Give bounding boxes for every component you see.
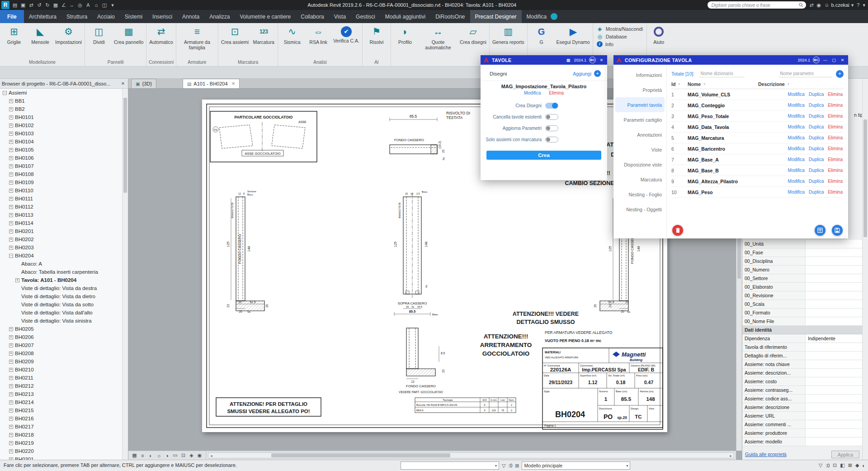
ribbon-tab[interactable]: Sistemi [120,10,147,23]
parameter-row[interactable]: 8 MAG_Base_B Modifica Duplica Elimina [671,165,844,176]
ribbon-tab[interactable]: DiRootsOne [430,10,470,23]
tree-item[interactable]: BH0107 [0,162,122,170]
ribbon-button[interactable]: ▶Esegui Dynamo [555,24,591,46]
selection-toggle-icon[interactable]: ⊡ [833,462,837,468]
tree-expander-icon[interactable] [9,229,13,233]
worksets-icon[interactable]: ⊞ [515,463,519,469]
ribbon-group-label[interactable]: Connessioni [148,59,175,66]
tree-expander-icon[interactable] [9,156,13,160]
add-icon[interactable]: + [594,70,601,77]
config-sidebar-item[interactable]: Proprietà [613,82,666,97]
ribbon-group-label[interactable]: Marcatura [220,59,276,66]
project-browser-header[interactable]: Browser di progetto - R6-C-0B-FA-00001_d… [0,79,128,89]
ribbon-tab[interactable]: Volumetrie e cantiere [235,10,296,23]
ribbon-button[interactable]: ▦Crea pannello [113,24,145,46]
config-sidebar-item[interactable]: Informazioni [613,67,666,82]
tree-expander-icon[interactable] [3,91,7,95]
scroll-left-icon[interactable]: ◂ [208,453,214,458]
property-row[interactable]: Assieme: nota chiave [742,360,862,369]
modifica-link[interactable]: Modifica [788,92,805,97]
qat-icon[interactable]: ▤ [11,2,19,8]
tree-item[interactable]: BH0113 [0,211,122,219]
ribbon-button[interactable]: ↔Quote automatiche [419,24,458,51]
elimina-link[interactable]: Elimina [828,124,843,129]
elimina-link[interactable]: Elimina [828,179,843,184]
ribbon-button[interactable]: ⇄Automatico [148,24,175,46]
toggle-switch[interactable] [545,125,558,131]
duplica-link[interactable]: Duplica [809,157,824,162]
qat-icon[interactable]: ⌂ [93,2,100,8]
search-icon[interactable] [799,3,803,7]
modifica-link[interactable]: Modifica [524,90,541,95]
modifica-link[interactable]: Modifica [788,114,805,119]
tree-expander-icon[interactable] [9,140,13,144]
qat-icon[interactable]: ∠ [60,2,67,8]
config-sidebar-item[interactable]: Nesting - Oggetti [613,202,666,217]
tree-expander-icon[interactable] [9,417,13,421]
workset-select[interactable]: Modello principale ▾ [522,461,630,470]
tree-expander-icon[interactable] [9,181,13,185]
ribbon-button[interactable]: ≡Armature da famiglia [178,24,217,51]
parameter-row[interactable]: 7 MAG_Base_A Modifica Duplica Elimina [671,154,844,165]
elimina-link[interactable]: Elimina [549,90,564,95]
ribbon-tab[interactable]: Precast Designer [470,10,522,23]
property-row[interactable]: 00_Revisione [742,291,862,300]
tree-expander-icon[interactable] [9,433,13,437]
config-sidebar-item[interactable]: Nesting - Foglio [613,187,666,202]
ribbon-tab[interactable]: Architettura [24,10,61,23]
tree-item[interactable]: BH0204 [0,252,122,260]
tree-item[interactable]: BH0112 [0,203,122,211]
property-value[interactable] [806,395,862,403]
ribbon-tab[interactable]: Collabora [296,10,329,23]
property-value[interactable] [806,412,862,420]
tree-item[interactable]: BH0207 [0,341,122,349]
qat-icon[interactable]: ◎ [76,2,84,8]
property-value[interactable] [806,283,862,291]
elimina-link[interactable]: Elimina [828,190,843,195]
properties-section-header[interactable]: Dati identità [742,326,862,334]
ribbon-side-item[interactable]: i Info [597,41,643,47]
modifica-link[interactable]: Modifica [788,135,805,140]
aggiungi-link[interactable]: Aggiungi [573,71,591,76]
ribbon-button[interactable]: ⇔RSA link [306,24,331,46]
duplica-link[interactable]: Duplica [809,103,824,108]
revit-logo-icon[interactable]: R [1,1,9,9]
property-row[interactable]: 00_Elaborato [742,283,862,291]
parameter-row[interactable]: 4 MAG_Data_Tavola Modifica Duplica Elimi… [671,122,844,133]
tree-expander-icon[interactable] [9,221,13,225]
tree-item[interactable]: BH0219 [0,439,122,447]
property-value[interactable] [806,438,862,446]
tree-item[interactable]: BH0105 [0,146,122,154]
communication-icon[interactable]: ◉ [817,2,821,8]
property-row[interactable]: Assieme: commenti ... [742,420,862,429]
elimina-link[interactable]: Elimina [828,157,843,162]
config-sidebar-item[interactable]: Parametri cartiglio [613,112,666,127]
qat-icon[interactable]: ⇄ [28,2,35,8]
property-row[interactable]: 00_Scala [742,300,862,309]
ribbon-tab[interactable]: Struttura [61,10,92,23]
ribbon-button[interactable]: 123Marcatura [251,24,276,46]
tree-item[interactable]: BH0201 [0,227,122,235]
tree-expander-icon[interactable] [9,254,13,258]
tree-expander-icon[interactable] [9,99,13,103]
duplica-link[interactable]: Duplica [809,168,824,173]
ribbon-group-label[interactable]: Pannelli [86,59,145,66]
property-row[interactable]: 00_Nome File [742,317,862,326]
minimize-icon[interactable]: — [822,58,828,62]
ribbon-button[interactable]: ⚑Risolvi [364,24,389,46]
property-value[interactable] [806,309,862,317]
selection-toggle-icon[interactable]: ⊠ [848,462,852,468]
tree-item[interactable]: BH0103 [0,129,122,138]
account-menu[interactable]: ☺ b.czekai ▾ [824,2,854,8]
modifica-link[interactable]: Modifica [788,190,805,195]
tree-expander-icon[interactable] [15,278,19,282]
view-control-icon[interactable]: ☼ [156,453,162,458]
property-row[interactable]: Assieme: descrizione [742,403,862,412]
tree-expander-icon[interactable] [9,197,13,201]
config-sidebar-item[interactable]: Viste [613,142,666,157]
config-sidebar-item[interactable]: Disposizione viste [613,157,666,172]
tree-item[interactable]: BH0212 [0,382,122,390]
property-row[interactable]: Dettaglio di riferim... [742,352,862,360]
properties-scrollbar[interactable] [862,79,868,460]
config-sidebar-item[interactable]: Marcatura [613,172,666,187]
